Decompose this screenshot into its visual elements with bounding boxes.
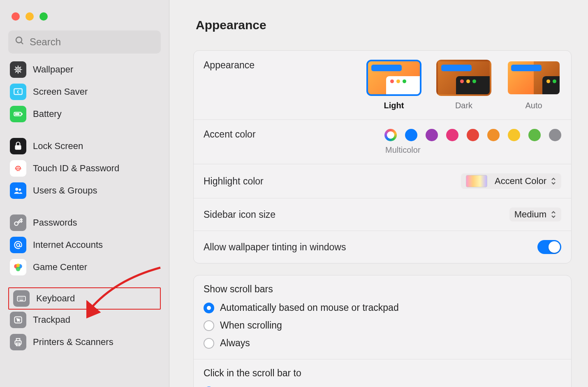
radio-label: Automatically based on mouse or trackpad [220,302,399,313]
svg-point-16 [16,263,20,267]
accent-color-label: Accent color [204,129,256,140]
page-title: Appearance [196,18,572,32]
appearance-card: Appearance Light Dark Auto Accent color … [193,50,572,263]
radio-option[interactable]: When scrolling [194,318,571,336]
search-input[interactable] [30,36,154,48]
radio-option[interactable]: Always [194,336,571,354]
radio-button[interactable] [204,320,214,331]
sidebar-item-label: Users & Groups [33,185,97,196]
accent-color-swatch-6[interactable] [508,129,520,141]
accent-color-swatch-8[interactable] [549,129,561,141]
sidebar-item-label: Battery [33,109,62,119]
chevron-updown-icon [551,210,558,219]
close-window-button[interactable] [12,12,20,21]
sidebar-item-users-groups[interactable]: Users & Groups [6,180,163,202]
accent-color-swatch-0[interactable] [384,129,397,141]
sidebar-item-label: Printers & Scanners [33,337,113,347]
sidebar-item-touch-id-password[interactable]: Touch ID & Password [6,157,163,180]
accent-color-swatch-2[interactable] [426,129,438,141]
svg-rect-7 [15,113,19,115]
highlight-color-label: Highlight color [204,176,264,187]
sidebar-item-label: Trackpad [33,315,70,325]
sidebar-item-label: Game Center [33,262,87,273]
radio-label: When scrolling [220,320,282,331]
window-controls [0,7,169,30]
sidebar-item-battery[interactable]: Battery [6,103,163,125]
highlight-color-value: Accent Color [495,176,546,187]
accent-color-swatch-1[interactable] [405,129,417,141]
battery-icon [10,106,26,122]
sidebar-icon-size-select[interactable]: Medium [509,207,561,221]
svg-point-2 [16,68,21,72]
touchid-icon [10,160,26,177]
appearance-option-label: Auto [525,101,542,110]
svg-point-9 [15,188,18,191]
at-icon [10,237,26,253]
wallpaper-tinting-label: Allow wallpaper tinting in windows [204,242,346,253]
sidebar-item-passwords[interactable]: Passwords [6,212,163,234]
svg-point-11 [14,222,18,226]
lock-icon [10,138,26,154]
sidebar-item-label: Screen Saver [33,86,88,97]
sidebar-item-wallpaper[interactable]: Wallpaper [6,58,163,81]
svg-point-0 [16,37,22,43]
accent-color-swatch-5[interactable] [487,129,500,141]
svg-point-15 [16,267,21,271]
sidebar: Wallpaper Screen Saver Battery Lock Scre… [0,0,169,387]
sidebar-item-game-center[interactable]: Game Center [6,256,163,278]
sidebar-item-label: Touch ID & Password [33,163,119,174]
svg-rect-8 [15,145,21,150]
svg-rect-6 [22,113,23,115]
svg-point-10 [19,189,21,191]
screensaver-icon [10,84,26,100]
accent-color-swatch-4[interactable] [467,129,479,141]
show-scrollbars-label: Show scroll bars [194,275,571,301]
radio-button[interactable] [204,338,214,349]
sidebar-icon-size-value: Medium [514,209,546,220]
search-field[interactable] [8,30,161,54]
trackpad-icon [10,312,26,328]
appearance-label: Appearance [204,60,255,71]
radio-label: Always [220,338,250,349]
zoom-window-button[interactable] [39,12,48,21]
sidebar-item-lock-screen[interactable]: Lock Screen [6,135,163,157]
radio-option[interactable]: Jump to the next page [194,385,571,387]
appearance-option-auto[interactable]: Auto [506,60,561,110]
users-icon [10,182,26,199]
keyboard-icon [13,290,30,307]
highlight-color-select[interactable]: Accent Color [461,173,561,189]
printer-icon [10,334,26,350]
appearance-option-light[interactable]: Light [366,60,421,110]
search-icon [15,36,25,48]
radio-option[interactable]: Automatically based on mouse or trackpad [194,301,571,318]
click-scrollbar-label: Click in the scroll bar to [194,359,571,385]
sidebar-item-label: Lock Screen [33,141,83,152]
sidebar-item-screen-saver[interactable]: Screen Saver [6,81,163,103]
minimize-window-button[interactable] [25,12,34,21]
sidebar-item-internet-accounts[interactable]: Internet Accounts [6,234,163,256]
wallpaper-icon [10,61,26,78]
svg-point-3 [17,69,19,70]
sidebar-item-printers-scanners[interactable]: Printers & Scanners [6,331,163,353]
sidebar-item-label: Passwords [33,217,77,228]
svg-rect-20 [16,338,20,340]
accent-color-swatch-3[interactable] [446,129,458,141]
accent-selected-name: Multicolor [385,145,421,155]
sidebar-item-label: Wallpaper [33,64,73,75]
key-icon [10,214,26,231]
gamecenter-icon [10,259,26,275]
chevron-updown-icon [551,177,558,185]
svg-point-12 [16,243,20,247]
appearance-option-dark[interactable]: Dark [436,60,491,110]
content-pane: Appearance Appearance Light Dark Auto Ac… [169,0,588,387]
sidebar-item-label: Keyboard [36,293,75,304]
wallpaper-tinting-toggle[interactable] [537,240,561,254]
sidebar-icon-size-label: Sidebar icon size [204,209,275,220]
sidebar-item-trackpad[interactable]: Trackpad [6,309,163,331]
radio-button[interactable] [204,303,214,313]
highlight-swatch-icon [466,175,487,187]
scrollbars-card: Show scroll bars Automatically based on … [193,275,572,387]
sidebar-item-label: Internet Accounts [33,240,103,250]
sidebar-item-keyboard[interactable]: Keyboard [8,287,161,310]
accent-color-swatch-7[interactable] [528,129,541,141]
